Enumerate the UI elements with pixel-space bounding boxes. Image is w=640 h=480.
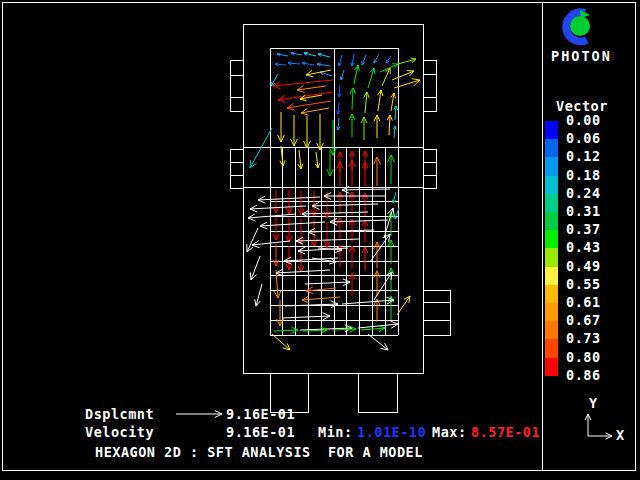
legend-value: 0.18 [566,167,601,183]
legend-value: 0.31 [566,203,601,219]
legend-value: 0.37 [566,221,601,237]
legend-value: 0.06 [566,130,601,146]
legend-value: 0.24 [566,185,601,201]
legend-swatch [545,121,558,139]
legend-swatch [545,321,558,339]
legend-swatch [545,358,558,376]
legend-value: 0.73 [566,330,601,346]
legend-swatch [545,139,558,157]
min-value: 1.01E-10 [357,425,426,439]
velocity-value: 9.16E-01 [226,425,295,439]
photon-app-window: PHOTON Vector Y X Dsplcmnt 9.16E-01 Velo… [0,0,640,480]
legend-swatch [545,176,558,194]
legend-value: 0.00 [566,112,601,128]
legend-swatch [545,267,558,285]
app-title: PHOTON [551,49,612,63]
max-value: 8.57E-01 [471,425,540,439]
model-outline [423,290,450,335]
legend-swatch [545,194,558,212]
footer-title: HEXAGON 2D : SFT ANALYSIS FOR A MODEL [95,445,423,459]
legend-value: 0.43 [566,239,601,255]
legend-title: Vector [556,99,608,113]
logo-disc [570,16,590,36]
model-outline [358,373,397,412]
min-label: Min: [318,425,353,439]
photon-logo [547,5,603,47]
legend-swatch [545,157,558,175]
axis-y-label: Y [589,396,598,410]
legend-value: 0.61 [566,294,601,310]
dsplcmnt-value: 9.16E-01 [226,407,295,421]
model-outline [230,60,243,111]
axis-x-label: X [616,428,625,442]
legend-swatch [545,212,558,230]
legend-swatch [545,339,558,357]
legend-swatch [545,248,558,266]
dsplcmnt-label: Dsplcmnt [85,407,154,421]
legend-swatch [545,303,558,321]
model-outline [230,149,243,188]
legend-value: 0.12 [566,148,601,164]
legend-value: 0.86 [566,367,601,383]
max-label: Max: [432,425,467,439]
model-outline [423,60,436,111]
legend-swatch [545,285,558,303]
velocity-label: Velocity [85,425,154,439]
legend-value: 0.80 [566,349,601,365]
legend-swatch [545,230,558,248]
legend-value: 0.55 [566,276,601,292]
legend-value: 0.67 [566,312,601,328]
model-outline [423,149,436,188]
legend-value: 0.49 [566,258,601,274]
